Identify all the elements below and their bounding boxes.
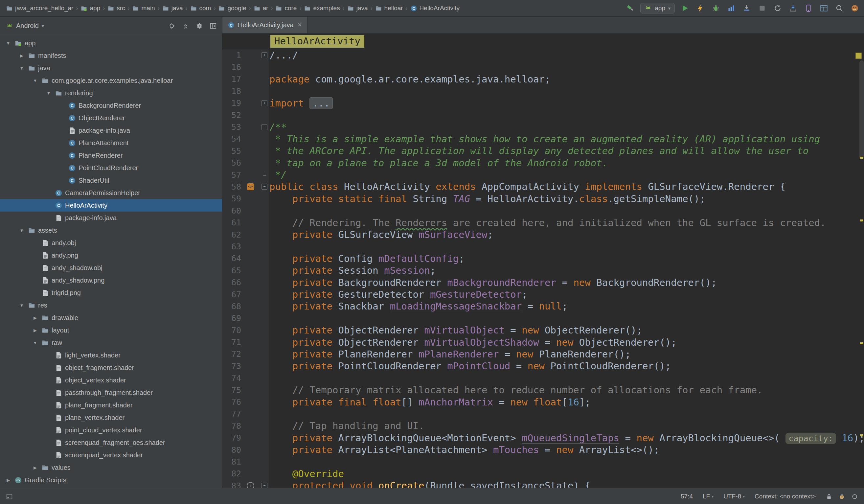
tree-collapsed-arrow-icon[interactable]: ▶ bbox=[32, 328, 39, 333]
warning-indicator-icon[interactable] bbox=[855, 52, 862, 59]
fold-plus-icon[interactable]: + bbox=[260, 100, 269, 106]
stop-button[interactable] bbox=[757, 3, 767, 13]
breadcrumb-item[interactable]: java_arcore_hello_ar bbox=[4, 4, 75, 13]
tree-expanded-arrow-icon[interactable]: ▼ bbox=[18, 303, 25, 308]
code-line[interactable]: 73 private PointCloudRenderer mPointClou… bbox=[223, 360, 864, 372]
tree-item-values[interactable]: ▶values bbox=[0, 461, 222, 474]
breadcrumb-item[interactable]: core bbox=[274, 4, 298, 13]
code-line[interactable]: 1+/.../ bbox=[223, 49, 864, 61]
tree-item-passthrough-fragment-shader[interactable]: passthrough_fragment.shader bbox=[0, 386, 222, 399]
tree-collapsed-arrow-icon[interactable]: ▶ bbox=[4, 478, 12, 483]
code-line[interactable]: 72 private PlaneRenderer mPlaneRenderer … bbox=[223, 348, 864, 360]
tree-collapsed-arrow-icon[interactable]: ▶ bbox=[32, 465, 39, 470]
code-line[interactable]: 78 // Tap handling and UI. bbox=[223, 420, 864, 432]
breadcrumb-item[interactable]: helloar bbox=[374, 4, 405, 13]
code-line[interactable]: 76 private final float[] mAnchorMatrix =… bbox=[223, 396, 864, 408]
tree-item-plane-vertex-shader[interactable]: plane_vertex.shader bbox=[0, 411, 222, 424]
tree-item-trigrid-png[interactable]: trigrid.png bbox=[0, 287, 222, 299]
code-line[interactable]: 74 bbox=[223, 372, 864, 384]
sync-project-button[interactable] bbox=[772, 3, 783, 13]
tree-item-package-info-java[interactable]: package-info.java bbox=[0, 124, 222, 137]
hide-panel-button[interactable] bbox=[209, 22, 217, 30]
window-layout-button[interactable] bbox=[819, 3, 829, 13]
inspector-icon[interactable] bbox=[838, 493, 845, 500]
tree-item-andy-obj[interactable]: andy.obj bbox=[0, 237, 222, 249]
tree-item-package-info-java[interactable]: package-info.java bbox=[0, 212, 222, 224]
code-line[interactable]: 63 bbox=[223, 240, 864, 252]
code-line[interactable]: 79 private ArrayBlockingQueue<MotionEven… bbox=[223, 432, 864, 444]
tree-item-gradle-scripts[interactable]: ▶Gradle Scripts bbox=[0, 474, 222, 486]
tree-item-andy-shadow-png[interactable]: andy_shadow.png bbox=[0, 274, 222, 287]
code-line[interactable]: 66 private BackgroundRenderer mBackgroun… bbox=[223, 276, 864, 288]
code-line[interactable]: 83↑− protected void onCreate(Bundle save… bbox=[223, 480, 864, 488]
code-line[interactable]: 55 * the ARCore API. The application wil… bbox=[223, 145, 864, 157]
tree-expanded-arrow-icon[interactable]: ▼ bbox=[32, 78, 39, 83]
tree-item-shaderutil[interactable]: CShaderUtil bbox=[0, 174, 222, 187]
breadcrumb-item[interactable]: main bbox=[131, 4, 156, 13]
code-line[interactable]: 80 private ArrayList<PlaneAttachment> mT… bbox=[223, 444, 864, 456]
tree-item-manifests[interactable]: ▶manifests bbox=[0, 49, 222, 62]
fold-minus-icon[interactable]: − bbox=[260, 483, 269, 488]
instant-run-button[interactable] bbox=[695, 3, 706, 13]
breadcrumb-item[interactable]: src bbox=[106, 4, 126, 13]
code-line[interactable]: 58<>−public class HelloArActivity extend… bbox=[223, 181, 864, 193]
code-line[interactable]: 16 bbox=[223, 61, 864, 73]
code-line[interactable]: 60 bbox=[223, 205, 864, 217]
tree-item-point-cloud-vertex-shader[interactable]: point_cloud_vertex.shader bbox=[0, 424, 222, 436]
fold-end-icon[interactable] bbox=[260, 174, 269, 176]
run-play-button[interactable] bbox=[680, 3, 690, 13]
code-line[interactable]: 19+import ... bbox=[223, 97, 864, 109]
settings-gear-button[interactable] bbox=[195, 22, 204, 30]
code-line[interactable]: 68 private Snackbar mLoadingMessageSnack… bbox=[223, 300, 864, 312]
code-line[interactable]: 81 bbox=[223, 456, 864, 468]
tree-item-object-vertex-shader[interactable]: object_vertex.shader bbox=[0, 374, 222, 386]
code-editor[interactable]: 1+/.../1617package com.google.ar.core.ex… bbox=[223, 49, 864, 488]
status-circle-icon[interactable] bbox=[851, 493, 858, 500]
fold-minus-icon[interactable]: − bbox=[260, 184, 269, 190]
tree-item-rendering[interactable]: ▼rendering bbox=[0, 87, 222, 99]
tree-item-com-google-ar-core-examples-java-helloar[interactable]: ▼com.google.ar.core.examples.java.helloa… bbox=[0, 74, 222, 87]
warning-stripe-mark[interactable] bbox=[860, 434, 863, 436]
tree-item-camerapermissionhelper[interactable]: CCameraPermissionHelper bbox=[0, 187, 222, 199]
tree-expanded-arrow-icon[interactable]: ▼ bbox=[45, 91, 52, 96]
search-button[interactable] bbox=[834, 3, 844, 13]
code-line[interactable]: 18 bbox=[223, 85, 864, 97]
fold-plus-icon[interactable]: + bbox=[260, 52, 269, 58]
tree-item-drawable[interactable]: ▶drawable bbox=[0, 311, 222, 324]
scroll-from-source-button[interactable] bbox=[168, 22, 176, 30]
tree-item-layout[interactable]: ▶layout bbox=[0, 324, 222, 336]
tree-item-screenquad-fragment-oes-shader[interactable]: screenquad_fragment_oes.shader bbox=[0, 436, 222, 449]
related-gutter-icon[interactable]: <> bbox=[241, 183, 260, 190]
tree-item-object-fragment-shader[interactable]: object_fragment.shader bbox=[0, 361, 222, 374]
code-line[interactable]: 53−/** bbox=[223, 121, 864, 133]
tree-item-planeattachment[interactable]: CPlaneAttachment bbox=[0, 137, 222, 149]
tree-item-raw[interactable]: ▼raw bbox=[0, 336, 222, 349]
project-view-selector[interactable]: Android ▾ bbox=[4, 21, 46, 31]
override-gutter-icon[interactable]: ↑ bbox=[241, 482, 260, 488]
breadcrumb-item[interactable]: examples bbox=[302, 4, 341, 13]
breadcrumb-item[interactable]: java bbox=[346, 4, 369, 13]
tree-item-light-vertex-shader[interactable]: light_vertex.shader bbox=[0, 349, 222, 361]
code-line[interactable]: 70 private ObjectRenderer mVirtualObject… bbox=[223, 324, 864, 336]
code-line[interactable]: 59 private static final String TAG = Hel… bbox=[223, 193, 864, 205]
tree-expanded-arrow-icon[interactable]: ▼ bbox=[18, 228, 25, 233]
code-line[interactable]: 61 // Rendering. The Renderers are creat… bbox=[223, 217, 864, 228]
encoding-selector[interactable]: UTF-8 ▾ bbox=[723, 493, 745, 500]
tree-expanded-arrow-icon[interactable]: ▼ bbox=[4, 41, 12, 46]
code-line[interactable]: 75 // Temporary matrix allocated here to… bbox=[223, 384, 864, 396]
tree-item-objectrenderer[interactable]: CObjectRenderer bbox=[0, 112, 222, 124]
tree-item-andy-shadow-obj[interactable]: andy_shadow.obj bbox=[0, 262, 222, 274]
code-line[interactable]: 54 * This is a simple example that shows… bbox=[223, 133, 864, 145]
code-line[interactable]: 17package com.google.ar.core.examples.ja… bbox=[223, 73, 864, 85]
code-line[interactable]: 64 private Config mDefaultConfig; bbox=[223, 253, 864, 264]
fold-minus-icon[interactable]: − bbox=[260, 124, 269, 130]
code-line[interactable]: 57 */ bbox=[223, 169, 864, 181]
editor-tab[interactable]: C HelloArActivity.java × bbox=[223, 17, 308, 33]
line-ending-selector[interactable]: LF ▾ bbox=[703, 493, 713, 500]
tree-expanded-arrow-icon[interactable]: ▼ bbox=[32, 340, 39, 345]
tree-item-assets[interactable]: ▼assets bbox=[0, 224, 222, 237]
code-line[interactable]: 65 private Session mSession; bbox=[223, 264, 864, 276]
tree-item-plane-fragment-shader[interactable]: plane_fragment.shader bbox=[0, 399, 222, 411]
tool-window-toggle-icon[interactable] bbox=[6, 493, 13, 500]
tree-item-app[interactable]: ▼app bbox=[0, 37, 222, 49]
